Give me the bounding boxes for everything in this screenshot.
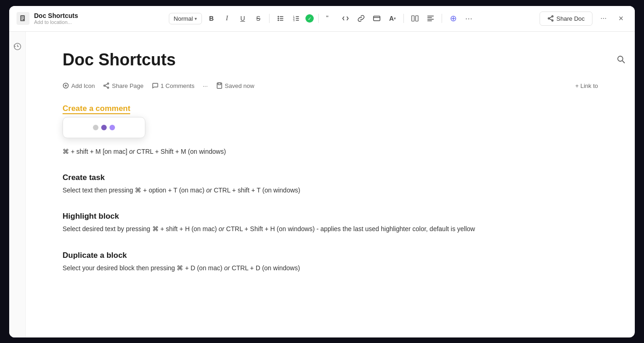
svg-line-38 bbox=[105, 84, 108, 85]
close-button[interactable]: × bbox=[615, 12, 627, 25]
add-icon-button[interactable]: Add Icon bbox=[63, 82, 95, 89]
meta-more-icon: ··· bbox=[203, 82, 208, 89]
topbar-center: Normal ▾ B I U S 1. bbox=[109, 12, 535, 25]
saved-status: Saved now bbox=[216, 82, 254, 89]
align-button[interactable] bbox=[424, 12, 437, 25]
share-doc-button[interactable]: Share Doc bbox=[540, 12, 592, 26]
svg-rect-13 bbox=[296, 16, 299, 17]
columns-button[interactable] bbox=[408, 12, 421, 25]
search-icon[interactable] bbox=[616, 55, 626, 66]
more-icon: ··· bbox=[600, 14, 606, 23]
doc-icon bbox=[17, 12, 29, 25]
duplicate-block-section: ⠿ Duplicate a block Select your desired … bbox=[63, 251, 598, 273]
quote-button[interactable]: " bbox=[323, 12, 336, 25]
svg-point-30 bbox=[618, 56, 623, 61]
svg-line-28 bbox=[549, 17, 552, 18]
code-button[interactable] bbox=[339, 12, 352, 25]
text-color-button[interactable]: A ▾ bbox=[386, 12, 399, 25]
meta-more-button[interactable]: ··· bbox=[203, 82, 208, 89]
share-doc-label: Share Doc bbox=[557, 15, 585, 22]
svg-line-31 bbox=[622, 61, 625, 63]
svg-rect-19 bbox=[412, 16, 414, 21]
ordered-list-button[interactable]: 1. 2. 3. bbox=[290, 12, 303, 25]
dot-2 bbox=[101, 125, 107, 130]
document-title: Doc Shortcuts bbox=[63, 50, 598, 70]
doc-title: Doc Shortcuts bbox=[34, 12, 78, 19]
svg-rect-5 bbox=[280, 16, 283, 17]
dot-1 bbox=[93, 125, 98, 130]
loading-dots bbox=[93, 125, 115, 130]
topbar-left: Doc Shortcuts Add to location... bbox=[17, 12, 109, 25]
svg-point-27 bbox=[552, 20, 553, 21]
sidebar-history-icon[interactable] bbox=[12, 41, 23, 52]
strikethrough-button[interactable]: S bbox=[252, 12, 264, 25]
sidebar-left bbox=[9, 32, 26, 337]
highlight-block-title: Highlight block bbox=[63, 212, 598, 221]
toolbar-separator-3 bbox=[403, 14, 404, 23]
comments-label: 1 Comments bbox=[161, 82, 195, 89]
highlight-block-body: Select desired text by pressing ⌘ + shif… bbox=[63, 224, 598, 234]
dot-3 bbox=[109, 125, 115, 130]
svg-rect-9 bbox=[280, 20, 283, 21]
toolbar-separator-1 bbox=[269, 14, 270, 23]
chevron-down-icon: ▾ bbox=[195, 16, 197, 21]
svg-line-29 bbox=[549, 19, 552, 20]
doc-subtitle: Add to location... bbox=[34, 19, 78, 25]
svg-rect-14 bbox=[296, 18, 299, 19]
svg-rect-41 bbox=[218, 83, 221, 85]
doc-title-group: Doc Shortcuts Add to location... bbox=[34, 12, 78, 25]
add-icon-label: Add Icon bbox=[71, 82, 95, 89]
svg-rect-2 bbox=[21, 18, 24, 19]
modal-overlay: Doc Shortcuts Add to location... Normal … bbox=[0, 0, 644, 343]
svg-rect-3 bbox=[21, 19, 23, 20]
create-comment-title: Create a comment bbox=[63, 104, 130, 114]
duplicate-block-title: Duplicate a block bbox=[63, 251, 598, 260]
topbar-right: Share Doc ··· × bbox=[535, 12, 627, 26]
create-task-section: ⠿ Create task Select text then pressing … bbox=[63, 173, 598, 195]
svg-rect-21 bbox=[427, 16, 434, 17]
unordered-list-button[interactable] bbox=[274, 12, 287, 25]
style-label: Normal bbox=[174, 15, 193, 22]
ellipsis-button[interactable]: ⋯ bbox=[462, 12, 475, 25]
duplicate-block-body: Select your desired block then pressing … bbox=[63, 263, 598, 273]
svg-rect-17 bbox=[374, 16, 380, 21]
svg-point-6 bbox=[278, 18, 279, 19]
create-task-body: Select text then pressing ⌘ + option + T… bbox=[63, 185, 598, 195]
underline-button[interactable]: U bbox=[236, 12, 249, 25]
embed-button[interactable] bbox=[370, 12, 383, 25]
content-area: Doc Shortcuts Add Icon bbox=[26, 32, 635, 337]
svg-rect-1 bbox=[21, 17, 24, 17]
svg-text:3.: 3. bbox=[293, 19, 295, 22]
bold-button[interactable]: B bbox=[205, 12, 218, 25]
checklist-icon: ✓ bbox=[305, 14, 314, 23]
share-page-label: Share Page bbox=[112, 82, 144, 89]
svg-rect-7 bbox=[280, 18, 283, 19]
svg-rect-20 bbox=[416, 16, 419, 21]
share-page-button[interactable]: Share Page bbox=[103, 82, 144, 89]
svg-rect-24 bbox=[427, 21, 432, 22]
svg-point-37 bbox=[108, 87, 109, 88]
style-selector[interactable]: Normal ▾ bbox=[169, 13, 202, 24]
plus-button[interactable]: ⊕ bbox=[447, 12, 460, 25]
svg-rect-15 bbox=[296, 20, 299, 21]
comment-tooltip bbox=[63, 117, 145, 138]
close-icon: × bbox=[619, 14, 624, 23]
svg-line-39 bbox=[105, 86, 108, 87]
link-button[interactable] bbox=[355, 12, 368, 25]
create-comment-section: Create a comment ⌘ + shift + M [on mac] … bbox=[63, 104, 598, 157]
saved-label: Saved now bbox=[225, 82, 254, 89]
comments-button[interactable]: 1 Comments bbox=[152, 82, 195, 89]
modal: Doc Shortcuts Add to location... Normal … bbox=[9, 6, 635, 337]
svg-rect-23 bbox=[427, 19, 434, 20]
svg-point-35 bbox=[108, 83, 109, 84]
italic-button[interactable]: I bbox=[220, 12, 233, 25]
link-to-button[interactable]: + Link to bbox=[575, 82, 598, 89]
toolbar-separator-4 bbox=[442, 14, 442, 23]
topbar: Doc Shortcuts Add to location... Normal … bbox=[9, 6, 635, 32]
svg-point-36 bbox=[104, 85, 105, 87]
svg-point-8 bbox=[278, 20, 279, 21]
svg-point-26 bbox=[548, 18, 549, 19]
highlight-block-section: ⠿ Highlight block Select desired text by… bbox=[63, 212, 598, 234]
topbar-more-button[interactable]: ··· bbox=[597, 12, 610, 25]
link-to-label: + Link to bbox=[575, 82, 598, 89]
